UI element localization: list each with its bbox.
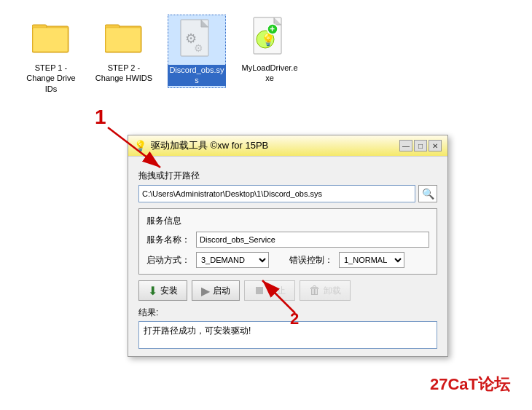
step2-label: STEP 2 -Change HWIDS (95, 63, 153, 84)
start-mode-label: 启动方式： (146, 254, 190, 267)
install-icon: ⬇ (148, 284, 157, 298)
annotation-label-2: 2 (290, 310, 299, 328)
install-button[interactable]: ⬇ 安装 (138, 280, 187, 301)
myloaddriver-label: MyLoadDriver.exe (240, 63, 299, 84)
service-info-title: 服务信息 (146, 215, 429, 227)
svg-text:⚙: ⚙ (194, 42, 203, 54)
browse-button[interactable]: 🔍 (418, 185, 437, 202)
driver-load-dialog: 💡 驱动加载工具 ©xw for 15PB — □ ✕ 拖拽或打开路径 🔍 服务… (128, 135, 448, 357)
stop-icon: ⏹ (254, 284, 265, 297)
svg-rect-5 (106, 28, 141, 52)
step2-icon (102, 15, 146, 58)
result-box: 打开路径成功，可安装驱动! (138, 321, 437, 349)
close-button[interactable]: ✕ (429, 140, 442, 151)
service-name-label: 服务名称： (146, 234, 190, 246)
drag-path-label: 拖拽或打开路径 (138, 170, 437, 182)
svg-text:+: + (270, 24, 275, 34)
stop-label: 停止 (268, 285, 286, 297)
start-icon: ▶ (201, 284, 210, 298)
maximize-button[interactable]: □ (414, 140, 427, 151)
icon-step1[interactable]: STEP 1 -Change DriveIDs (22, 15, 80, 94)
start-label: 启动 (213, 285, 230, 297)
error-control-label: 错误控制： (289, 254, 333, 267)
titlebar-left: 💡 驱动加载工具 ©xw for 15PB (134, 139, 268, 152)
dialog-title-icon: 💡 (134, 140, 146, 151)
start-mode-select[interactable]: 3_DEMAND 2_AUTO 4_DISABLED (196, 252, 269, 268)
desktop-icons-area: STEP 1 -Change DriveIDs STEP 2 -Change H… (0, 0, 532, 109)
icon-step2[interactable]: STEP 2 -Change HWIDS (95, 15, 153, 84)
svg-rect-2 (33, 28, 68, 52)
dialog-titlebar: 💡 驱动加载工具 ©xw for 15PB — □ ✕ (128, 135, 447, 157)
minimize-button[interactable]: — (399, 140, 412, 151)
service-info-box: 服务信息 服务名称： 启动方式： 3_DEMAND 2_AUTO 4_DISAB… (138, 208, 437, 275)
service-name-row: 服务名称： (146, 232, 429, 248)
uninstall-label: 卸载 (324, 285, 341, 297)
titlebar-buttons: — □ ✕ (399, 140, 442, 151)
step1-icon (29, 15, 73, 58)
search-icon: 🔍 (422, 188, 434, 200)
step1-label: STEP 1 -Change DriveIDs (22, 63, 80, 94)
service-name-input[interactable] (196, 232, 429, 248)
path-input[interactable] (138, 185, 415, 202)
icon-myloaddriver[interactable]: 💡 + MyLoadDriver.exe (240, 15, 299, 84)
service-mode-row: 启动方式： 3_DEMAND 2_AUTO 4_DISABLED 错误控制： 1… (146, 252, 429, 268)
svg-text:💡: 💡 (261, 33, 275, 47)
annotation-label-1: 1 (95, 106, 106, 129)
action-buttons: ⬇ 安装 ▶ 启动 ⏹ 停止 🗑 卸载 (138, 280, 437, 301)
install-label: 安装 (160, 285, 178, 297)
stop-button[interactable]: ⏹ 停止 (244, 280, 295, 301)
path-row: 🔍 (138, 185, 437, 202)
start-button[interactable]: ▶ 启动 (192, 280, 240, 301)
discord-obs-icon: ⚙ ⚙ (175, 17, 219, 60)
dialog-title-text: 驱动加载工具 ©xw for 15PB (151, 139, 268, 152)
watermark: 27CaT论坛 (430, 374, 510, 395)
discord-obs-label: Discord_obs.sys (168, 65, 226, 86)
result-label: 结果: (138, 307, 437, 319)
icon-discord-obs[interactable]: ⚙ ⚙ Discord_obs.sys (168, 15, 226, 88)
myloaddriver-icon: 💡 + (248, 15, 292, 58)
uninstall-button[interactable]: 🗑 卸载 (300, 280, 351, 301)
uninstall-icon: 🗑 (309, 284, 321, 297)
error-control-select[interactable]: 1_NORMAL 0_IGNORE 2_SEVERE 3_CRITICAL (339, 252, 404, 268)
dialog-body: 拖拽或打开路径 🔍 服务信息 服务名称： 启动方式： 3_DEMAND 2_AU… (128, 157, 447, 356)
result-section: 结果: 打开路径成功，可安装驱动! (138, 307, 437, 349)
